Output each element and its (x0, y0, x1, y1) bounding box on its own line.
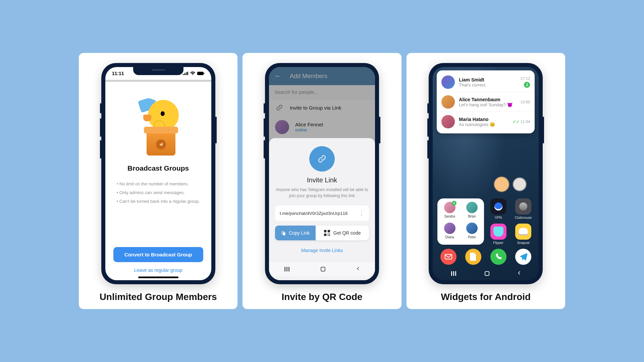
chat-name: Maria Hatano (459, 117, 508, 122)
dock-mail[interactable] (437, 249, 459, 265)
nav-back-icon[interactable] (357, 266, 359, 272)
svg-rect-3 (187, 72, 188, 75)
panel-caption: Widgets for Android (441, 292, 531, 302)
telegram-icon (515, 249, 531, 265)
contact-label: Sandra (444, 215, 455, 218)
add-members-header: ← Add Members (269, 67, 375, 85)
chat-name: Alice Tannenbaum (459, 97, 516, 102)
copy-icon (281, 231, 286, 236)
contacts-widget[interactable]: Sandra Brian Diana Peter (437, 198, 484, 245)
vpn-icon (490, 198, 506, 215)
phone-notch (133, 67, 183, 75)
svg-rect-1 (184, 73, 185, 75)
invite-link-icon (309, 146, 335, 172)
app-snapcat[interactable]: Snapcat (513, 224, 534, 245)
panel-caption: Unlimited Group Members (100, 292, 217, 302)
snapcat-icon (515, 224, 531, 240)
invite-via-link-row[interactable]: Invite to Group via Link (269, 99, 375, 116)
svg-rect-15 (328, 235, 329, 236)
convert-broadcast-button[interactable]: Convert to Broadcast Group (113, 247, 203, 262)
chat-preview: As nutriologists 😊 (459, 122, 508, 127)
broadcast-bullets: No limit on the number of members. Only … (117, 180, 200, 206)
svg-rect-8 (325, 231, 326, 232)
nav-back-icon[interactable] (518, 270, 521, 277)
copy-link-button[interactable]: Copy Link (275, 226, 316, 240)
svg-rect-5 (204, 72, 204, 74)
contact-shortcut[interactable]: Peter (462, 223, 482, 241)
bullet-item: Only admins can send messages. (117, 188, 200, 197)
app-label: Snapcat (517, 241, 530, 245)
link-icon (275, 103, 284, 112)
invite-link-value: t.me/joinchat/dV0r3Zput3nUrp116 (280, 211, 348, 216)
svg-rect-13 (328, 234, 329, 235)
contact-label: Peter (468, 235, 476, 239)
nav-recents-icon[interactable] (284, 267, 289, 272)
back-arrow-icon[interactable]: ← (274, 72, 282, 80)
bullet-item: Can't be turned back into a regular grou… (117, 197, 200, 206)
app-label: Flipper (493, 241, 503, 245)
app-clubmouse[interactable]: Clubmouse (513, 198, 534, 220)
files-icon (465, 249, 481, 265)
search-people-input[interactable]: Search for people... (269, 85, 375, 99)
dock-files[interactable] (463, 249, 484, 265)
get-qr-button[interactable]: Get QR code (316, 226, 369, 240)
dock-telegram[interactable] (513, 249, 534, 265)
invite-via-link-label: Invite to Group via Link (290, 105, 341, 111)
phone-frame: ← Add Members Search for people... Invit… (265, 63, 379, 284)
leave-regular-link[interactable]: Leave as regular group (134, 267, 182, 273)
contact-shortcut[interactable]: Diana (439, 223, 460, 241)
dock-phone[interactable] (487, 249, 509, 265)
svg-rect-14 (329, 234, 330, 235)
nav-home-icon[interactable] (485, 271, 489, 276)
avatar (441, 115, 455, 128)
svg-rect-16 (329, 235, 330, 236)
chat-name: Liam Smidt (459, 77, 516, 82)
svg-rect-12 (325, 234, 326, 236)
battery-icon (197, 72, 205, 75)
phone-frame: 11:11 Broadcast Groups (101, 63, 215, 284)
contact-shortcut[interactable]: Sandra (439, 202, 460, 221)
svg-rect-4 (197, 72, 204, 75)
contact-shortcut[interactable]: Brian (462, 202, 482, 221)
contact-row[interactable]: Alice Fennet online (269, 116, 375, 138)
flipper-icon (490, 224, 506, 240)
nav-home-icon[interactable] (321, 267, 325, 272)
invite-link-field[interactable]: t.me/joinchat/dV0r3Zput3nUrp116 ⋮ (275, 205, 369, 221)
chat-time: 17:12 (521, 76, 530, 80)
contact-status: online (295, 127, 323, 132)
nav-recents-icon[interactable] (451, 271, 456, 276)
panel-caption: Invite by QR Code (281, 292, 362, 302)
contact-label: Diana (445, 235, 454, 239)
invite-link-sheet: Invite Link Anyone who has Telegram inst… (269, 138, 375, 280)
wifi-icon (190, 71, 195, 75)
broadcast-duck-illustration (137, 95, 180, 156)
chat-widget-row[interactable]: Maria Hatano As nutriologists 😊 ✓✓11:34 (437, 112, 535, 131)
app-vpn[interactable]: VPN (487, 198, 509, 220)
status-time: 11:11 (112, 71, 124, 76)
chat-time: ✓✓11:34 (513, 119, 530, 124)
chat-time: 12:00 (521, 100, 530, 104)
unread-badge: 2 (524, 82, 530, 88)
sheet-title: Invite Link (307, 176, 337, 184)
manage-invite-links[interactable]: Manage Invite Links (301, 248, 343, 253)
header-title: Add Members (290, 73, 327, 80)
contact-name: Alice Fennet (295, 122, 323, 127)
phone-frame: Liam Smidt That's correct. 17:12 2 Alice… (429, 63, 543, 284)
telegram-icon (159, 142, 163, 147)
avatar (444, 223, 455, 234)
svg-rect-2 (186, 72, 187, 75)
chat-widget-row[interactable]: Liam Smidt That's correct. 17:12 2 (437, 72, 535, 92)
chat-widget-row[interactable]: Alice Tannenbaum Let's hang out! Sunday?… (437, 92, 535, 112)
app-flipper[interactable]: Flipper (487, 224, 509, 245)
sheet-subtitle: Anyone who has Telegram installed will b… (275, 187, 369, 199)
avatar (466, 223, 478, 234)
chat-preview: That's correct. (459, 82, 516, 87)
chats-widget[interactable]: Liam Smidt That's correct. 17:12 2 Alice… (437, 70, 535, 133)
home-indicator[interactable] (138, 277, 178, 278)
get-qr-label: Get QR code (333, 230, 361, 236)
signal-icon (183, 72, 188, 75)
clubmouse-icon (515, 198, 531, 215)
invite-link-more-icon[interactable]: ⋮ (356, 209, 367, 217)
svg-rect-6 (283, 232, 285, 235)
svg-rect-10 (328, 231, 329, 232)
